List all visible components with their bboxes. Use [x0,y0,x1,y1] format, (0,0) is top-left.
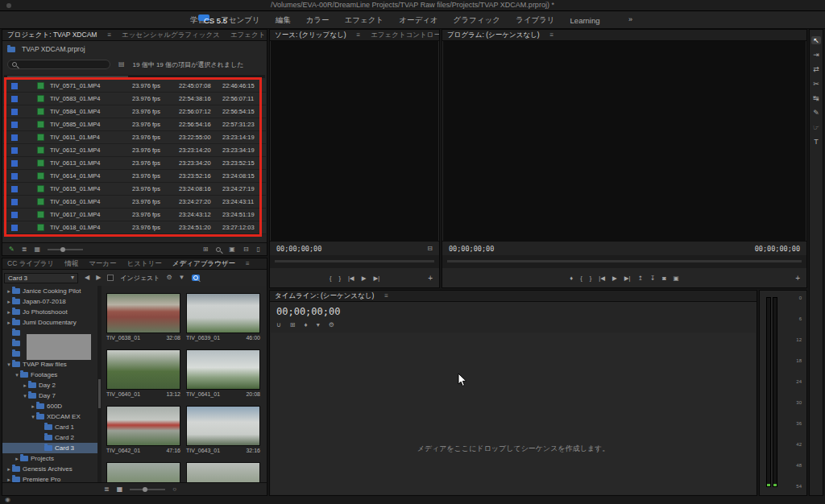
ingest-settings-wrench-icon[interactable]: ⚙ [166,275,172,281]
clip-row[interactable]: TIV_0571_01.MP423.976 fps22:45:07:0822:4… [3,80,266,93]
media-thumbnail-cell[interactable] [106,462,180,482]
tab-history[interactable]: ヒストリー [127,259,162,269]
selection-tool[interactable]: ↖ [811,36,821,44]
tab-info[interactable]: 情報 [64,259,78,269]
timeline-settings-wrench-icon[interactable]: ⚙ [329,321,334,328]
workspace-tab[interactable]: ライブラリ [516,15,555,26]
tab-program[interactable]: プログラム: (シーケンスなし) [447,31,540,40]
folder-tree[interactable]: ▸Janice Cooking Pilot ▸Japan-07-2018 ▸Jo… [2,286,97,482]
new-search-bin-icon[interactable]: ▤ [118,61,125,68]
button-editor-icon[interactable]: + [428,274,433,283]
clip-list[interactable]: TIV_0571_01.MP423.976 fps22:45:07:0822:4… [3,80,266,234]
clip-row[interactable]: TIV_0616_01.MP423.976 fps23:24:27:2023:2… [3,196,266,209]
tab-effect-controls[interactable]: エフェクトコントロール [371,31,439,40]
step-back-icon[interactable]: |◀ [348,275,354,282]
label-color-chip[interactable] [11,96,18,102]
clip-row[interactable]: TIV_0611_01.MP423.976 fps23:22:55:0023:2… [3,131,266,144]
list-scrollbar[interactable] [4,75,265,78]
clip-row[interactable]: TIV_0583_01.MP423.976 fps22:54:38:1622:5… [3,93,266,105]
clip-row[interactable]: TIV_0617_01.MP423.976 fps23:24:43:1223:2… [3,209,266,221]
tree-item[interactable]: ▾TVAP Raw files [2,359,97,370]
step-back-icon[interactable]: |◀ [599,275,605,282]
video-thumbnail[interactable] [106,293,180,333]
tree-item[interactable]: ▸Day 2 [2,380,97,390]
zoom-slider[interactable] [48,249,83,250]
monitor-settings-icon[interactable]: ⊟ [427,246,433,252]
thumbnail-grid[interactable]: TIV_0638_0132:08 TIV_0639_0146:00 TIV_06… [102,286,266,482]
tree-item[interactable]: ▸Jumi Documentary [2,317,97,328]
new-bin-icon[interactable]: ▣ [229,246,235,253]
timeline-display-settings-icon[interactable]: ▾ [317,321,320,328]
label-color-chip[interactable] [11,122,18,128]
add-marker-icon[interactable]: ♦ [570,275,573,282]
media-thumbnail-cell[interactable]: TIV_0638_0132:08 [106,293,180,341]
workspace-tab[interactable]: Learning [570,16,600,25]
source-scrub-bar[interactable] [270,255,439,268]
workspace-tab-active[interactable]: CS 5.5 [198,14,209,21]
media-thumbnail-cell[interactable]: TIV_0641_0120:08 [186,349,260,397]
file-type-filter-icon[interactable]: ▼ [179,275,185,281]
chevron-right-icon[interactable]: ▸ [6,466,12,473]
media-thumbnail-cell[interactable]: TIV_0639_0146:00 [186,293,260,341]
tree-item[interactable]: Card 1 [2,422,97,432]
find-icon[interactable] [216,247,221,252]
video-thumbnail[interactable] [186,406,260,446]
program-viewer[interactable] [443,41,806,241]
source-select[interactable]: Card 3 ▾ [4,273,78,283]
list-view-icon[interactable]: ≣ [22,246,27,253]
chevron-right-icon[interactable]: ▸ [22,382,28,389]
panel-menu-icon[interactable]: ≡ [246,260,250,267]
panel-menu-icon[interactable]: ≡ [356,31,360,39]
extract-icon[interactable]: ↧ [650,275,655,282]
new-item-icon[interactable]: ⊟ [243,246,249,253]
icon-view-icon[interactable]: ▦ [34,246,40,253]
track-select-forward-tool[interactable]: ⇥ [813,51,819,59]
label-color-chip[interactable] [11,134,18,141]
writable-toggle-icon[interactable]: ✎ [9,246,15,253]
clip-row[interactable]: TIV_0613_01.MP423.976 fps23:23:34:2023:2… [3,157,266,170]
tab-project[interactable]: プロジェクト: TVAP XDCAM [7,31,97,40]
ripple-edit-tool[interactable]: ⇄ [813,65,819,73]
chevron-right-icon[interactable]: ▸ [6,288,12,295]
label-color-chip[interactable] [11,212,18,218]
workspace-overflow-icon[interactable]: » [628,15,632,23]
video-thumbnail[interactable] [186,349,260,390]
video-thumbnail[interactable] [106,349,180,390]
play-icon[interactable]: ▶ [362,275,367,282]
panel-menu-icon[interactable]: ≡ [550,31,554,39]
workspace-tab[interactable]: カラー [306,15,330,26]
chevron-down-icon[interactable]: ▾ [30,414,36,420]
video-thumbnail[interactable] [106,462,180,482]
hand-tool[interactable]: ☞ [813,123,819,131]
video-thumbnail[interactable] [106,406,180,446]
forward-icon[interactable]: ▶ [96,275,101,281]
panel-menu-icon[interactable]: ≡ [384,292,388,300]
status-eye-icon[interactable]: ◉ [5,496,10,503]
source-viewer[interactable] [271,41,438,241]
tab-effects[interactable]: エフェクト [230,31,266,40]
tree-item[interactable]: ▸Janice Cooking Pilot [2,286,97,296]
chevron-right-icon[interactable]: ▸ [6,477,12,483]
back-icon[interactable]: ◀ [85,275,89,281]
tab-media-browser[interactable]: メディアブラウザー [172,259,235,269]
slip-tool[interactable]: ↹ [813,94,819,102]
search-toggle-icon[interactable] [192,275,200,281]
tree-item[interactable]: ▸Jo Photoshooot [2,307,97,317]
mark-out-icon[interactable]: } [338,275,341,282]
tab-essential-graphics[interactable]: エッセンシャルグラフィックス [122,31,220,40]
media-thumbnail-cell[interactable]: TIV_0643_0132:16 [186,406,260,453]
thumbnail-size-slider[interactable] [130,489,165,490]
mark-in-icon[interactable]: { [580,275,582,282]
pen-tool[interactable]: ✎ [813,109,819,117]
label-color-chip[interactable] [11,147,18,154]
label-color-chip[interactable] [11,186,18,192]
comparison-view-icon[interactable]: ▣ [674,275,679,282]
breadcrumb[interactable]: TVAP XDCAM.prproj [22,45,85,53]
chevron-down-icon[interactable]: ▾ [6,361,12,368]
thumbnail-view-icon[interactable]: ▦ [117,485,123,493]
trash-icon[interactable]: ▯ [257,246,260,253]
tree-item-selected[interactable]: Card 3 [2,443,97,453]
tree-item[interactable]: ▸600D [2,401,97,411]
chevron-right-icon[interactable]: ▸ [30,403,36,410]
chevron-right-icon[interactable]: ▸ [14,456,20,462]
